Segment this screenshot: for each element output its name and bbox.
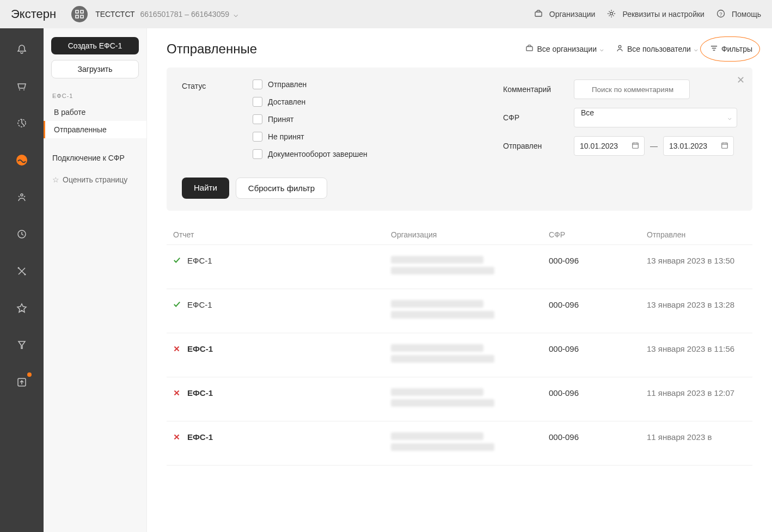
svg-point-5 [610,12,613,15]
redacted-org-sub [391,311,494,319]
filter-panel: ✕ Статус Отправлен Доставлен Принят Не п… [167,68,752,211]
rail-bell-icon[interactable] [11,38,33,60]
report-name: ЕФС-1 [187,256,212,265]
status-check-rejected[interactable]: Не принят [253,132,367,142]
date-dash: — [650,142,658,150]
close-icon[interactable]: ✕ [737,74,745,86]
filter-all-orgs[interactable]: Все организации ⌵ [525,44,604,54]
notification-dot-icon [27,372,32,377]
sidebar-connect-sfr[interactable]: Подключение к СФР [44,149,146,167]
redacted-org-sub [391,267,494,274]
topbar: Экстерн ТЕСТСТСТ 6616501781 – 661643059 … [0,0,772,28]
chevron-down-icon: ⌵ [694,46,698,53]
sidebar-sent[interactable]: Отправленные [44,121,146,138]
svg-rect-17 [526,47,532,51]
svg-rect-21 [722,143,728,148]
org-name: ТЕСТСТСТ [95,10,134,19]
sent-date-label: Отправлен [503,142,574,150]
svg-point-12 [21,194,23,196]
svg-rect-3 [81,15,83,18]
checkbox-icon [253,97,262,107]
cross-icon [173,345,182,353]
redacted-org [391,432,483,440]
sent-at: 13 января 2023 в 13:50 [640,245,752,289]
sfr-label: СФР [503,113,574,122]
icon-rail [0,28,44,532]
status-label: Статус [182,80,253,159]
rail-person-icon[interactable] [11,186,33,208]
rail-glass-icon[interactable] [11,334,33,356]
page-title: Отправленные [167,41,257,57]
org-selector[interactable]: ТЕСТСТСТ 6616501781 – 661643059 ⌵ [95,10,238,19]
redacted-org [391,344,483,352]
svg-point-8 [19,89,20,90]
create-efs-button[interactable]: Создать ЕФС-1 [51,37,139,54]
status-check-sent[interactable]: Отправлен [253,80,367,89]
filters-toggle[interactable]: Фильтры [710,44,752,54]
svg-point-14 [18,267,20,269]
table-row[interactable]: ЕФС-1000-09611 января 2023 в 12:07 [167,377,752,421]
upload-button[interactable]: Загрузить [51,60,139,78]
svg-rect-20 [633,143,639,148]
table-row[interactable]: ЕФС-1000-09613 января 2023 в 13:28 [167,289,752,333]
find-button[interactable]: Найти [182,178,229,199]
rail-pie-icon[interactable] [11,112,33,134]
redacted-org-sub [391,443,494,451]
calendar-icon [721,142,728,151]
top-link-settings[interactable]: Реквизиты и настройки [607,9,704,20]
sfr-code: 000-096 [542,377,640,421]
svg-point-9 [23,89,24,90]
check-icon [173,301,182,309]
sent-at: 11 января 2023 в [640,421,752,466]
table-row[interactable]: ЕФС-1000-09611 января 2023 в [167,421,752,466]
checkbox-icon [253,114,262,124]
rail-tools-icon[interactable] [11,260,33,282]
comment-search-input[interactable] [574,80,690,99]
status-check-delivered[interactable]: Доставлен [253,97,367,107]
sidebar-section: ЕФС-1 [44,84,146,103]
th-report: Отчет [167,225,384,245]
svg-point-15 [24,274,26,276]
sfr-select[interactable]: Все [574,108,737,127]
svg-point-18 [618,45,621,48]
check-icon [173,256,182,265]
rail-cart-icon[interactable] [11,75,33,97]
rail-upload-icon[interactable] [11,371,33,393]
th-sfr: СФР [542,225,640,245]
filter-all-users[interactable]: Все пользователи ⌵ [616,44,698,54]
reset-filter-button[interactable]: Сбросить фильтр [236,178,327,199]
date-to-input[interactable]: 13.01.2023 [663,136,734,156]
rate-page-link[interactable]: ☆ Оценить страницу [44,171,146,188]
rail-active-icon[interactable] [11,149,33,171]
svg-rect-4 [535,12,542,16]
svg-rect-1 [81,10,83,13]
top-link-orgs[interactable]: Организации [534,9,596,20]
top-link-help[interactable]: ? Помощь [716,9,761,20]
rail-clock-icon[interactable] [11,223,33,245]
star-outline-icon: ☆ [52,175,59,184]
chevron-down-icon: ⌵ [600,46,604,53]
rail-star-icon[interactable] [11,297,33,319]
sent-at: 13 января 2023 в 13:28 [640,289,752,333]
date-from-input[interactable]: 10.01.2023 [574,136,645,156]
app-grid-icon[interactable] [71,6,88,22]
calendar-icon [632,142,639,151]
status-check-accepted[interactable]: Принят [253,114,367,124]
briefcase-icon [525,44,534,54]
chevron-down-icon: ⌵ [728,114,732,121]
main-header: Отправленные Все организации ⌵ Все польз… [167,41,752,57]
user-icon [616,44,624,54]
cross-icon [173,389,182,398]
checkbox-icon [253,80,262,89]
table-row[interactable]: ЕФС-1000-09613 января 2023 в 11:56 [167,333,752,377]
redacted-org [391,300,483,308]
status-check-done[interactable]: Документооборот завершен [253,149,367,159]
report-name: ЕФС-1 [187,388,213,398]
sidebar-in-work[interactable]: В работе [44,103,146,121]
help-icon: ? [716,9,728,20]
sfr-code: 000-096 [542,421,640,466]
reports-table: Отчет Организация СФР Отправлен ЕФС-1000… [167,225,752,466]
th-sent: Отправлен [640,225,752,245]
gear-icon [607,9,619,20]
table-row[interactable]: ЕФС-1000-09613 января 2023 в 13:50 [167,245,752,289]
